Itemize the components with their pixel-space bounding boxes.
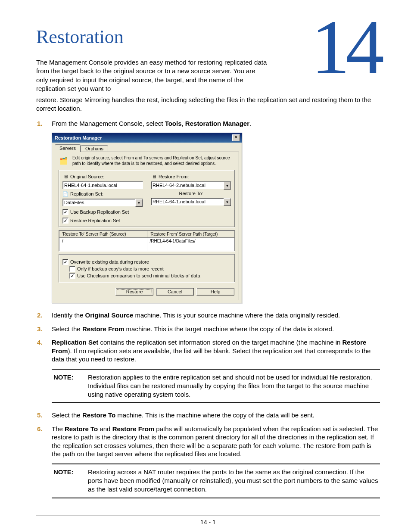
- step-1-text: From the Management Console, select: [52, 120, 165, 127]
- step-1-restoration-manager: Restoration Manager: [185, 120, 249, 127]
- original-source-input[interactable]: [62, 181, 143, 189]
- intro-paragraph-1: The Management Console provides an easy …: [36, 58, 268, 93]
- overwrite-checkbox[interactable]: ✓: [62, 259, 68, 265]
- steps-list-continued: Identify the Original Source machine. Th…: [36, 311, 380, 364]
- only-if-recent-label: Only if backup copy's date is more recen…: [77, 266, 164, 271]
- step-6: The Restore To and Restore From paths wi…: [48, 425, 380, 458]
- path-table: 'Restore To' Server Path (Source) 'Resto…: [59, 230, 235, 251]
- note-1: NOTE: Restoration applies to the entire …: [52, 369, 380, 404]
- step-5: Select the Restore To machine. This is t…: [48, 411, 380, 420]
- server-fields-group: 🖥 Original Source: 📄 Replication Set:: [59, 170, 235, 227]
- tab-servers[interactable]: Servers: [55, 144, 81, 152]
- step-4: Replication Set contains the replication…: [48, 338, 380, 364]
- replication-set-label: Replication Set:: [70, 191, 103, 196]
- page-footer: 14 - 1: [36, 516, 380, 526]
- path-source-header[interactable]: 'Restore To' Server Path (Source): [59, 231, 147, 237]
- restore-from-dropdown-button[interactable]: ▼: [224, 182, 231, 190]
- note-2-text: Restoring across a NAT router requires t…: [88, 468, 378, 494]
- dialog-hint: 🗂️ Edit original source, select From and…: [59, 156, 235, 166]
- step-4-replication-set: Replication Set: [52, 339, 98, 346]
- dialog-tabs: Servers Orphans: [55, 144, 239, 152]
- step-2-original-source: Original Source: [85, 311, 134, 319]
- note-label: NOTE:: [53, 373, 79, 399]
- tab-orphans[interactable]: Orphans: [81, 145, 108, 152]
- only-if-recent-checkbox[interactable]: [69, 266, 75, 272]
- path-source-value: /: [59, 238, 147, 251]
- restoration-manager-dialog: Restoration Manager × Servers Orphans 🗂️…: [52, 133, 242, 303]
- dialog-hint-text: Edit original source, select From and To…: [72, 156, 235, 166]
- path-target-header[interactable]: 'Restore From' Server Path (Target): [147, 231, 235, 237]
- dialog-titlebar: Restoration Manager ×: [52, 133, 242, 143]
- step-3: Select the Restore From machine. This is…: [48, 325, 380, 333]
- tab-servers-pane: 🗂️ Edit original source, select From and…: [55, 152, 239, 300]
- dialog-body: Servers Orphans 🗂️ Edit original source,…: [52, 143, 242, 303]
- use-backup-repset-checkbox[interactable]: ✓: [62, 209, 68, 215]
- step-1-tools: Tools: [165, 120, 182, 127]
- intro-paragraph-2: restore. Storage Mirroring handles the r…: [36, 96, 380, 113]
- restore-button[interactable]: Restore: [115, 288, 153, 296]
- restore-to-label: Restore To:: [179, 191, 203, 196]
- step-5-restore-to: Restore To: [82, 411, 115, 419]
- note-1-text: Restoration applies to the entire replic…: [88, 373, 378, 399]
- help-button[interactable]: Help: [196, 288, 234, 296]
- restore-from-select[interactable]: [151, 181, 231, 189]
- steps-list-continued-2: Select the Restore To machine. This is t…: [36, 411, 380, 458]
- restoration-manager-dialog-figure: Restoration Manager × Servers Orphans 🗂️…: [52, 133, 380, 303]
- checksum-checkbox[interactable]: ✓: [69, 273, 75, 279]
- options-group: ✓ Overwrite existing data during restore…: [59, 254, 235, 283]
- chapter-number: 14: [311, 9, 380, 86]
- original-source-label: Original Source:: [70, 174, 104, 179]
- step-3-restore-from: Restore From: [82, 325, 125, 333]
- replication-set-dropdown-button[interactable]: ▼: [135, 199, 143, 207]
- use-backup-repset-label: Use Backup Replication Set: [70, 209, 129, 215]
- overwrite-label: Overwrite existing data during restore: [70, 259, 149, 264]
- cancel-button[interactable]: Cancel: [156, 288, 194, 296]
- step-2: Identify the Original Source machine. Th…: [48, 311, 380, 320]
- original-source-icon: 🖥: [62, 174, 68, 180]
- restore-from-icon: 🖥: [151, 174, 157, 180]
- path-table-row[interactable]: / /RHEL4-64-1/DataFiles/: [59, 238, 234, 251]
- path-target-value: /RHEL4-64-1/DataFiles/: [147, 238, 235, 251]
- restore-repset-label: Restore Replication Set: [70, 218, 120, 223]
- note-label-2: NOTE:: [53, 468, 79, 494]
- document-page: 14 Restoration The Management Console pr…: [0, 0, 411, 532]
- restore-repset-checkbox[interactable]: ✓: [62, 218, 68, 224]
- hint-icon: 🗂️: [59, 156, 69, 166]
- dialog-button-row: Restore Cancel Help: [59, 285, 235, 296]
- checksum-label: Use Checksum comparison to send minimal …: [77, 273, 200, 278]
- note-2: NOTE: Restoring across a NAT router requ…: [52, 464, 380, 498]
- close-button[interactable]: ×: [232, 134, 240, 141]
- restore-to-dropdown-button[interactable]: ▼: [224, 198, 231, 206]
- restore-from-label: Restore From:: [159, 174, 189, 179]
- dialog-title: Restoration Manager: [55, 135, 102, 140]
- replication-set-icon: 📄: [62, 191, 68, 197]
- replication-set-select[interactable]: [62, 199, 143, 206]
- steps-list: From the Management Console, select Tool…: [36, 119, 380, 128]
- path-table-group: 'Restore To' Server Path (Source) 'Resto…: [59, 230, 235, 252]
- restore-to-select[interactable]: [151, 198, 231, 205]
- step-1: From the Management Console, select Tool…: [48, 119, 380, 128]
